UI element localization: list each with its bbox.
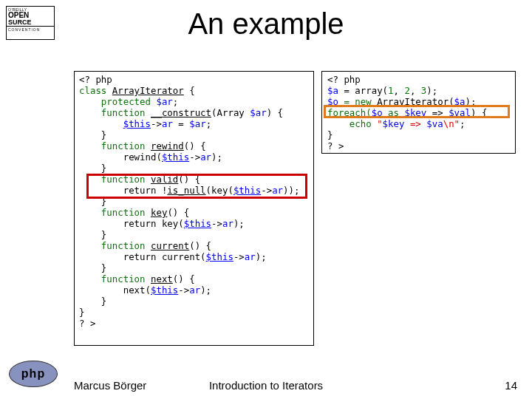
t: function — [79, 207, 151, 218]
t: $o — [327, 96, 338, 107]
t: ); — [211, 151, 222, 163]
t: next — [151, 273, 173, 284]
t: $ar — [189, 118, 205, 129]
code-block-right: <? php $a = array(1, 2, 3); $o = new Arr… — [321, 71, 516, 154]
t: () { — [173, 273, 195, 284]
t: function — [79, 273, 151, 284]
code-block-left: <? php class ArrayIterator { protected $… — [74, 71, 314, 346]
t: ; — [173, 96, 178, 107]
t: (Array — [211, 107, 250, 118]
t: return current( — [79, 251, 206, 262]
t: rewind — [151, 140, 184, 151]
t: , — [394, 85, 405, 96]
t: ); — [233, 218, 245, 229]
t: = array( — [338, 85, 388, 96]
t: $a — [327, 85, 338, 96]
t: () { — [184, 140, 206, 151]
t: $a — [454, 96, 466, 107]
t: ar — [200, 151, 211, 163]
t: )); — [283, 185, 299, 196]
t: $this — [206, 251, 233, 262]
t: $this — [184, 218, 211, 229]
t: ar — [245, 251, 256, 262]
t: $key — [404, 107, 426, 118]
t: next( — [79, 284, 151, 296]
t: (key( — [206, 185, 233, 196]
t: } — [79, 163, 106, 174]
t: } — [327, 129, 332, 140]
t: ; — [460, 118, 465, 129]
footer-page-number: 14 — [505, 379, 517, 392]
t: php — [344, 74, 360, 85]
t: $val — [449, 107, 471, 118]
t: $this — [162, 151, 189, 163]
t: <? — [327, 74, 344, 85]
t: protected — [79, 96, 156, 107]
t: 1 — [388, 85, 393, 96]
t: \n" — [443, 118, 460, 129]
slide-title: An example — [0, 7, 532, 41]
t: () { — [178, 174, 200, 185]
t: <? — [79, 74, 95, 85]
t: } — [79, 229, 106, 240]
t: } — [79, 129, 106, 140]
t: => — [404, 118, 426, 129]
t: } — [79, 262, 106, 273]
t: $ar — [250, 107, 266, 118]
t: -> — [178, 284, 189, 296]
t: } — [79, 196, 106, 207]
t: $this — [233, 185, 261, 196]
t: $this — [151, 284, 178, 296]
t: $o — [372, 107, 383, 118]
t: $ar — [156, 96, 172, 107]
t: __construct — [151, 107, 211, 118]
t: rewind( — [79, 151, 162, 163]
t: () { — [167, 207, 189, 218]
t: is_null — [167, 185, 205, 196]
t: = — [173, 118, 189, 129]
t: ); — [466, 96, 477, 107]
t: ; — [206, 118, 211, 129]
t: current — [151, 240, 189, 251]
t: ArrayIterator — [112, 85, 184, 96]
t: } — [79, 307, 84, 318]
t: ); — [256, 251, 267, 262]
t: ); — [200, 284, 211, 296]
t: = new — [338, 96, 377, 107]
t: -> — [189, 151, 200, 163]
t: $key — [383, 118, 405, 129]
t: ); — [426, 85, 437, 96]
t: -> — [151, 118, 162, 129]
t: function — [79, 140, 151, 151]
t — [79, 118, 123, 129]
t: ) { — [471, 107, 487, 118]
t: return key( — [79, 218, 184, 229]
t: ar — [162, 118, 173, 129]
footer-title: Introduction to Iterators — [0, 379, 532, 392]
t: function — [79, 107, 151, 118]
t: -> — [261, 185, 272, 196]
t: ar — [189, 284, 200, 296]
t: function — [79, 240, 151, 251]
t: ) { — [267, 107, 283, 118]
t: ? > — [327, 140, 344, 151]
t: " — [377, 118, 382, 129]
t: php — [95, 74, 112, 85]
t: valid — [151, 174, 178, 185]
t: ar — [272, 185, 283, 196]
t: } — [79, 296, 106, 307]
t: ? > — [79, 318, 95, 329]
t: $va — [426, 118, 443, 129]
t: ar — [222, 218, 233, 229]
t: => — [426, 107, 449, 118]
t: as — [383, 107, 405, 118]
t: { — [184, 85, 195, 96]
t: key — [151, 207, 167, 218]
t: class — [79, 85, 112, 96]
t: $this — [123, 118, 151, 129]
t: function — [79, 174, 151, 185]
t: () { — [189, 240, 211, 251]
t: -> — [211, 218, 222, 229]
t: foreach( — [327, 107, 372, 118]
t: ( — [449, 96, 454, 107]
